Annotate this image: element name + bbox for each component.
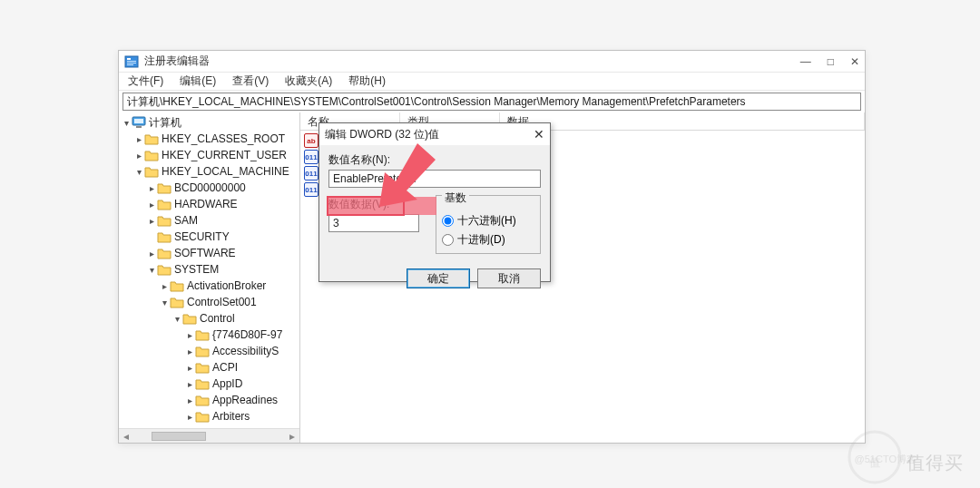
folder-icon xyxy=(157,214,172,227)
value-name-label: 数值名称(N): xyxy=(328,152,541,168)
regedit-icon xyxy=(124,54,139,69)
folder-icon xyxy=(157,247,172,259)
tree-control[interactable]: ▾Control xyxy=(119,310,299,327)
tree-hklm[interactable]: ▾ HKEY_LOCAL_MACHINE xyxy=(119,163,299,180)
expand-icon[interactable]: ▸ xyxy=(133,134,144,144)
tree-security[interactable]: SECURITY xyxy=(119,229,299,245)
radio-hex-row[interactable]: 十六进制(H) xyxy=(442,213,534,229)
computer-icon xyxy=(132,116,146,129)
expand-icon[interactable]: ▸ xyxy=(184,379,195,389)
expand-icon[interactable]: ▸ xyxy=(184,395,195,405)
tree-label: Arbiters xyxy=(212,410,250,423)
tree-view[interactable]: ▾ 计算机 ▸ HKEY_CLASSES_ROOT ▸ HKEY_CURRENT… xyxy=(119,112,299,428)
radio-dec-row[interactable]: 十进制(D) xyxy=(442,232,534,248)
value-name-input[interactable] xyxy=(328,170,541,188)
expand-icon[interactable]: ▾ xyxy=(121,118,132,128)
folder-icon xyxy=(195,377,210,390)
minimize-button[interactable]: — xyxy=(800,55,811,68)
expand-icon[interactable]: ▾ xyxy=(133,167,144,177)
svg-rect-4 xyxy=(127,64,133,65)
tree-label: HKEY_LOCAL_MACHINE xyxy=(162,165,289,178)
svg-rect-2 xyxy=(127,61,136,62)
tree-root[interactable]: ▾ 计算机 xyxy=(119,114,299,131)
expand-icon[interactable]: ▸ xyxy=(184,363,195,373)
tree-label: SOFTWARE xyxy=(174,247,236,259)
svg-rect-1 xyxy=(127,58,131,60)
menu-favorites[interactable]: 收藏夹(A) xyxy=(281,73,336,90)
expand-icon[interactable]: ▾ xyxy=(172,314,182,324)
expand-icon[interactable]: ▸ xyxy=(184,330,195,340)
tree-hardware[interactable]: ▸HARDWARE xyxy=(119,196,299,212)
close-icon[interactable]: ✕ xyxy=(534,127,544,142)
tree-label: ACPI xyxy=(212,361,238,374)
tree-hkcu[interactable]: ▸ HKEY_CURRENT_USER xyxy=(119,147,299,163)
tree-label: AppReadines xyxy=(212,394,278,406)
maximize-button[interactable]: □ xyxy=(828,55,834,68)
folder-icon xyxy=(157,198,172,210)
dword-value-icon: 011 xyxy=(304,182,318,197)
column-data[interactable]: 数据 xyxy=(500,112,865,130)
expand-icon[interactable]: ▸ xyxy=(146,183,157,193)
expand-icon[interactable]: ▸ xyxy=(184,412,195,422)
ok-button[interactable]: 确定 xyxy=(407,268,470,288)
tree-appreadines[interactable]: ▸AppReadines xyxy=(119,392,299,408)
tree-label: ControlSet001 xyxy=(187,296,257,308)
folder-icon xyxy=(182,312,197,325)
folder-icon xyxy=(195,345,210,357)
tree-label: SYSTEM xyxy=(174,263,219,276)
menu-file[interactable]: 文件(F) xyxy=(124,73,167,90)
tree-acpi[interactable]: ▸ACPI xyxy=(119,359,299,376)
tree-bcd[interactable]: ▸BCD00000000 xyxy=(119,180,299,196)
tree-accessibility[interactable]: ▸AccessibilityS xyxy=(119,343,299,359)
menu-edit[interactable]: 编辑(E) xyxy=(176,73,220,90)
expand-icon[interactable] xyxy=(146,232,157,242)
tree-guid[interactable]: ▸{7746D80F-97 xyxy=(119,327,299,343)
scrollbar-thumb[interactable] xyxy=(152,432,206,441)
expand-icon[interactable]: ▸ xyxy=(146,216,157,226)
dialog-title: 编辑 DWORD (32 位)值 xyxy=(325,127,534,142)
expand-icon[interactable]: ▸ xyxy=(133,151,144,161)
horizontal-scrollbar[interactable]: ◂ ▸ xyxy=(119,428,299,443)
tree-pane: ▾ 计算机 ▸ HKEY_CLASSES_ROOT ▸ HKEY_CURRENT… xyxy=(119,112,300,443)
expand-icon[interactable]: ▾ xyxy=(146,265,157,275)
tree-sam[interactable]: ▸SAM xyxy=(119,212,299,229)
expand-icon[interactable]: ▸ xyxy=(184,346,195,356)
radio-dec[interactable] xyxy=(442,234,454,246)
tree-hkcr[interactable]: ▸ HKEY_CLASSES_ROOT xyxy=(119,131,299,147)
radio-hex[interactable] xyxy=(442,215,454,227)
tree-controlset001[interactable]: ▾ControlSet001 xyxy=(119,294,299,310)
scroll-right-icon[interactable]: ▸ xyxy=(285,430,299,443)
folder-icon xyxy=(195,394,210,406)
tree-appid[interactable]: ▸AppID xyxy=(119,376,299,392)
folder-icon xyxy=(170,296,184,308)
folder-icon xyxy=(157,181,172,194)
tree-activationbroker[interactable]: ▸ActivationBroker xyxy=(119,278,299,294)
expand-icon[interactable]: ▸ xyxy=(146,249,157,259)
tree-system[interactable]: ▾SYSTEM xyxy=(119,261,299,278)
radio-dec-label: 十进制(D) xyxy=(457,232,505,248)
tree-label: BCD00000000 xyxy=(174,181,246,194)
close-button[interactable]: ✕ xyxy=(850,55,859,68)
svg-rect-7 xyxy=(136,126,142,128)
folder-icon xyxy=(195,328,210,341)
cancel-button[interactable]: 取消 xyxy=(477,268,541,288)
tree-label: SECURITY xyxy=(174,230,230,243)
tree-label: ActivationBroker xyxy=(187,279,266,292)
tree-arbiters[interactable]: ▸Arbiters xyxy=(119,408,299,425)
base-groupbox: 基数 十六进制(H) 十进制(D) xyxy=(436,195,541,254)
tree-software[interactable]: ▸SOFTWARE xyxy=(119,245,299,261)
menu-view[interactable]: 查看(V) xyxy=(229,73,272,90)
address-bar[interactable]: 计算机\HKEY_LOCAL_MACHINE\SYSTEM\ControlSet… xyxy=(122,93,861,111)
titlebar[interactable]: 注册表编辑器 — □ ✕ xyxy=(119,51,865,73)
value-data-input[interactable] xyxy=(328,214,419,232)
radio-hex-label: 十六进制(H) xyxy=(457,213,516,229)
dialog-titlebar[interactable]: 编辑 DWORD (32 位)值 ✕ xyxy=(319,123,550,145)
expand-icon[interactable]: ▾ xyxy=(159,298,170,307)
expand-icon[interactable]: ▸ xyxy=(146,200,157,210)
scroll-left-icon[interactable]: ◂ xyxy=(119,430,133,443)
string-value-icon: ab xyxy=(304,133,318,148)
menu-help[interactable]: 帮助(H) xyxy=(345,73,389,90)
address-text: 计算机\HKEY_LOCAL_MACHINE\SYSTEM\ControlSet… xyxy=(127,94,746,110)
folder-icon xyxy=(157,263,172,276)
expand-icon[interactable]: ▸ xyxy=(159,281,170,291)
